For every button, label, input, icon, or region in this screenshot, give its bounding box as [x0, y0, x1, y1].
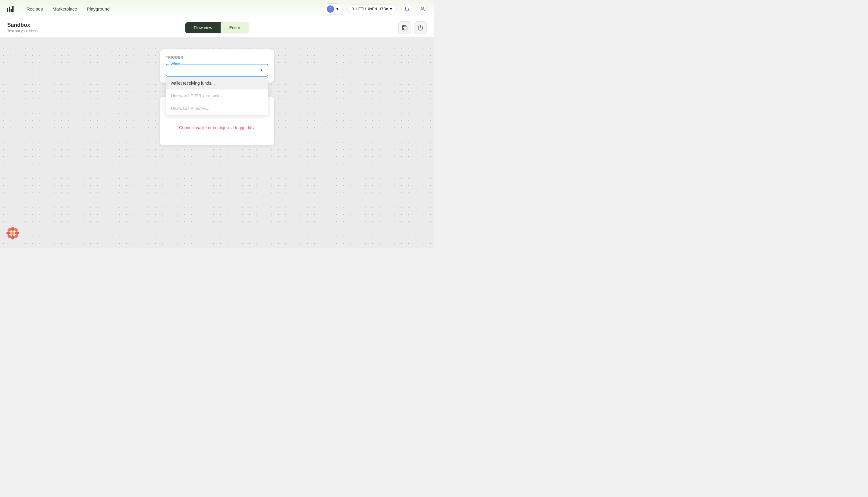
- nav-playground[interactable]: Playground: [87, 6, 110, 12]
- nav-recipes[interactable]: Recipes: [27, 6, 43, 12]
- power-button[interactable]: [414, 22, 427, 34]
- eth-icon: Ξ: [327, 5, 334, 13]
- page-subtitle: Test out your ideas: [7, 29, 38, 33]
- svg-point-8: [11, 235, 14, 240]
- dropdown-item-wallet[interactable]: wallet receiving funds...: [166, 77, 268, 89]
- header: Recipes Marketplace Playground Ξ ▾ 0.1 E…: [0, 0, 434, 18]
- flow-canvas: Trigger When ▲ wallet receiving funds...…: [0, 37, 434, 248]
- svg-point-13: [7, 234, 12, 239]
- profile-button[interactable]: [417, 4, 428, 14]
- flower-decoration: [6, 227, 19, 242]
- save-button[interactable]: [398, 22, 411, 34]
- svg-point-16: [12, 232, 14, 234]
- view-toggle: Flow view Editor: [185, 22, 249, 33]
- when-select[interactable]: ▲: [166, 65, 268, 76]
- svg-point-12: [14, 227, 19, 232]
- svg-point-10: [15, 232, 19, 235]
- flow-view-button[interactable]: Flow view: [185, 22, 221, 33]
- eth-amount: 0.1 ETH: [352, 6, 366, 11]
- svg-rect-2: [11, 9, 12, 12]
- eth-chevron: ▾: [336, 6, 338, 11]
- when-label: When: [169, 62, 181, 66]
- svg-point-14: [14, 234, 19, 239]
- nav-marketplace[interactable]: Marketplace: [53, 6, 77, 12]
- sub-header-actions: [398, 22, 427, 34]
- svg-rect-0: [7, 8, 8, 12]
- wallet-address: 0xEd...f7Ba: [368, 6, 388, 11]
- svg-rect-1: [9, 6, 10, 12]
- header-right: Ξ ▾ 0.1 ETH 0xEd...f7Ba ▾: [323, 3, 428, 15]
- wallet-chevron: ▾: [390, 6, 392, 11]
- svg-rect-3: [12, 6, 14, 12]
- page-title: Sandbox: [7, 22, 38, 28]
- svg-point-4: [422, 7, 423, 9]
- when-dropdown: wallet receiving funds... Uniswap LP TVL…: [166, 76, 268, 115]
- wallet-selector[interactable]: 0.1 ETH 0xEd...f7Ba ▾: [347, 4, 397, 13]
- editor-button[interactable]: Editor: [221, 22, 249, 33]
- trigger-label: Trigger: [166, 55, 268, 60]
- svg-point-9: [6, 232, 11, 235]
- actions-empty-message: Connect wallet or configure a trigger fi…: [166, 117, 268, 138]
- logo[interactable]: [6, 5, 14, 13]
- svg-point-11: [7, 227, 12, 232]
- page-info: Sandbox Test out your ideas: [7, 22, 38, 33]
- trigger-card: Trigger When ▲ wallet receiving funds...…: [160, 49, 274, 83]
- when-select-wrapper: When ▲ wallet receiving funds... Uniswap…: [166, 64, 268, 76]
- dropdown-item-uniswap-tvl[interactable]: Uniswap LP TVL thresholds...: [166, 89, 268, 102]
- main-nav: Recipes Marketplace Playground: [27, 6, 323, 12]
- select-arrow-icon: ▲: [260, 68, 263, 72]
- dropdown-item-uniswap-prices[interactable]: Uniswap LP prices...: [166, 102, 268, 115]
- svg-point-7: [11, 227, 14, 231]
- sub-header: Sandbox Test out your ideas Flow view Ed…: [0, 18, 434, 37]
- eth-selector[interactable]: Ξ ▾: [323, 3, 342, 15]
- notifications-button[interactable]: [402, 4, 412, 14]
